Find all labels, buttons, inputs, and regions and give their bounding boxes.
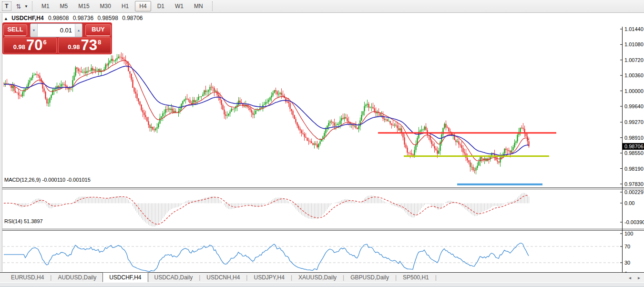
tab-xauusd-daily[interactable]: XAUUSD,Daily [292, 273, 343, 282]
open-value: 0.98608 [48, 15, 69, 21]
volume-input[interactable] [38, 24, 75, 37]
chart-ohlc-header: ▲ USDCHF,H4 0.98608 0.98736 0.98598 0.98… [4, 15, 145, 21]
toolbar-separator [212, 1, 213, 11]
current-price-tag: 0.98706 [624, 144, 644, 149]
indicator-level-lines [3, 246, 620, 263]
toolbar-separator [32, 1, 32, 11]
rsi-axis-label: 70 [624, 244, 630, 249]
text-tool-icon[interactable]: T [2, 1, 11, 11]
timeframe-button-m30[interactable]: M30 [96, 1, 115, 11]
tab-scroll-controls: ◂ ▸ [629, 275, 640, 280]
macd-indicator [4, 193, 529, 227]
timeframe-button-m15[interactable]: M15 [74, 1, 93, 11]
timeframe-button-w1[interactable]: W1 [171, 1, 188, 11]
price-axis-label: 0.98910 [624, 135, 644, 141]
price-axis-label: 0.99270 [624, 119, 644, 125]
price-chart-svg: 1.014401.010801.007201.003601.000000.996… [0, 13, 644, 287]
price-axis-label: 0.97830 [624, 181, 644, 187]
volume-decrement-button[interactable]: ▼ [31, 24, 38, 37]
rsi-axis-label: 30 [624, 260, 630, 266]
one-click-trading-panel: SELL ▼ ▲ BUY 0.98 70 6 0.98 73 8 [2, 22, 112, 54]
price-axis-label: 0.99640 [624, 103, 644, 109]
price-axis-label: 1.00000 [624, 88, 644, 94]
tab-usdjpy-h4[interactable]: USDJPY,H4 [247, 273, 290, 282]
macd-pane-label: MACD(12,26,9) -0.000110 -0.001015 [4, 177, 91, 183]
volume-increment-button[interactable]: ▲ [75, 24, 82, 37]
price-axis-label: 1.00360 [624, 72, 644, 78]
volume-stepper: ▼ ▲ [30, 23, 82, 37]
sell-price-pip: 6 [43, 39, 47, 46]
sell-price-prefix: 0.98 [13, 43, 25, 51]
rsi-axis-label: 100 [624, 231, 633, 236]
macd-axis-label: 0.00 [624, 200, 634, 206]
tab-sp500-h1[interactable]: SP500,H1 [397, 273, 435, 282]
price-axis-label: 0.98190 [624, 166, 644, 172]
tab-usdchf-h4[interactable]: USDCHF,H4 [102, 272, 148, 282]
buy-price-button[interactable]: 0.98 73 8 [58, 37, 112, 53]
high-value: 0.98736 [73, 15, 93, 21]
timeframe-button-m5[interactable]: M5 [56, 1, 72, 11]
tab-scroll-right-icon[interactable]: ▸ [638, 275, 640, 280]
top-toolbar: T ⇅ ▼ M1M5M15M30H1H4D1W1MN [0, 0, 644, 13]
buy-button[interactable]: BUY [85, 24, 111, 36]
tab-audusd-daily[interactable]: AUDUSD,Daily [51, 273, 102, 282]
tab-usdcnh-h4[interactable]: USDCNH,H4 [200, 273, 246, 282]
arrows-tool-icon[interactable]: ⇅ [13, 1, 23, 11]
chevron-down-icon[interactable]: ▼ [24, 4, 28, 9]
window-bottom-strip [0, 282, 644, 287]
price-axis-label: 1.00720 [624, 57, 644, 63]
timeframe-button-mn[interactable]: MN [190, 1, 207, 11]
price-axis-label: 1.01080 [624, 41, 644, 47]
tab-separator: | [435, 274, 437, 281]
rsi-pane-label: RSI(14) 51.3897 [4, 218, 43, 224]
chart-tab-bar: EURUSD,H4|AUDUSD,DailyUSDCHF,H4USDCAD,Da… [0, 272, 644, 282]
price-axis-label: 1.01440 [624, 26, 644, 32]
buy-price-pip: 8 [98, 39, 101, 46]
sell-button[interactable]: SELL [3, 24, 27, 36]
low-value: 0.98598 [97, 15, 118, 21]
tab-usdcad-daily[interactable]: USDCAD,Daily [148, 273, 199, 282]
tab-eurusd-h4[interactable]: EURUSD,H4 [5, 273, 50, 282]
close-value: 0.98706 [122, 15, 143, 21]
timeframe-button-m1[interactable]: M1 [37, 1, 54, 11]
symbol-period-label: USDCHF,H4 [11, 15, 43, 21]
buy-price-big: 73 [81, 38, 97, 52]
metatrader-window: { "toolbar": { "text_tool_label": "T", "… [0, 0, 644, 287]
buy-price-prefix: 0.98 [68, 43, 80, 51]
collapse-panel-icon[interactable]: ▲ [4, 16, 8, 21]
tab-gbpusd-daily[interactable]: GBPUSD,Daily [344, 273, 395, 282]
tab-scroll-left-icon[interactable]: ◂ [629, 275, 631, 280]
chart-tabs: EURUSD,H4|AUDUSD,DailyUSDCHF,H4USDCAD,Da… [5, 273, 437, 282]
timeframe-button-group: M1M5M15M30H1H4D1W1MN [36, 1, 208, 11]
rsi-indicator [4, 243, 529, 272]
moving-average-lines [4, 61, 529, 161]
sell-price-big: 70 [26, 38, 42, 52]
timeframe-button-d1[interactable]: D1 [153, 1, 169, 11]
timeframe-button-h4[interactable]: H4 [135, 1, 151, 11]
chart-axes: 1.014401.010801.007201.003601.000000.996… [0, 26, 644, 283]
timeframe-button-h1[interactable]: H1 [117, 1, 133, 11]
macd-axis-label: -0.003904 [624, 219, 644, 225]
sell-price-button[interactable]: 0.98 70 6 [3, 37, 57, 53]
macd-axis-label: 0.002297 [624, 189, 644, 195]
price-axis-label: 0.98550 [624, 150, 644, 156]
